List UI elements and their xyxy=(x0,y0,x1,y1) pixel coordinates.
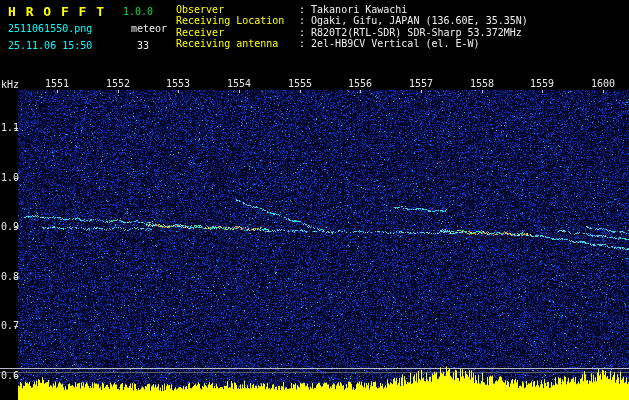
time-tick-label: 1558 xyxy=(470,78,494,89)
info-value: : 2el-HB9CV Vertical (el. E-W) xyxy=(299,38,480,49)
info-label: Observer xyxy=(176,4,299,15)
time-tick-label: 1559 xyxy=(530,78,554,89)
time-tick-label: 1554 xyxy=(227,78,251,89)
freq-tick-label: 0.6 xyxy=(1,371,19,381)
time-tick-label: 1600 xyxy=(591,78,615,89)
info-row-antenna: Receiving antenna : 2el-HB9CV Vertical (… xyxy=(176,38,528,49)
time-tick-label: 1555 xyxy=(288,78,312,89)
info-row-receiver: Receiver : R820T2(RTL-SDR) SDR-Sharp 53.… xyxy=(176,27,528,38)
time-tick-label: 1556 xyxy=(348,78,372,89)
freq-axis-unit: kHz xyxy=(1,79,19,90)
freq-tick-label: 1.1 xyxy=(1,123,19,133)
freq-tick-label: 0.8 xyxy=(1,272,19,282)
time-tick-label: 1551 xyxy=(45,78,69,89)
freq-tick-label: 0.9 xyxy=(1,222,19,232)
mode-label: meteor xyxy=(131,23,167,34)
info-label: Receiver xyxy=(176,27,299,38)
app-title: H R O F F T xyxy=(8,4,105,19)
hrofft-window: H R O F F T 1.0.0 2511061550.png meteor … xyxy=(0,0,629,400)
app-version: 1.0.0 xyxy=(123,6,153,17)
info-label: Receiving antenna xyxy=(176,38,299,49)
info-value: : R820T2(RTL-SDR) SDR-Sharp 53.372MHz xyxy=(299,27,522,38)
time-tick-label: 1553 xyxy=(166,78,190,89)
info-value: : Ogaki, Gifu, JAPAN (136.60E, 35.35N) xyxy=(299,15,528,26)
freq-tick-label: 1.0 xyxy=(1,173,19,183)
time-tick-label: 1552 xyxy=(106,78,130,89)
info-row-location: Receiving Location : Ogaki, Gifu, JAPAN … xyxy=(176,15,528,26)
info-row-observer: Observer : Takanori Kawachi xyxy=(176,4,528,15)
station-info: Observer : Takanori Kawachi Receiving Lo… xyxy=(176,4,528,50)
spectrogram-canvas xyxy=(0,0,629,400)
datetime-label: 25.11.06 15:50 xyxy=(8,40,92,51)
freq-tick-label: 0.7 xyxy=(1,321,19,331)
info-value: : Takanori Kawachi xyxy=(299,4,407,15)
info-label: Receiving Location xyxy=(176,15,299,26)
time-tick-label: 1557 xyxy=(409,78,433,89)
echo-count: 33 xyxy=(137,40,149,51)
output-filename: 2511061550.png xyxy=(8,23,92,34)
